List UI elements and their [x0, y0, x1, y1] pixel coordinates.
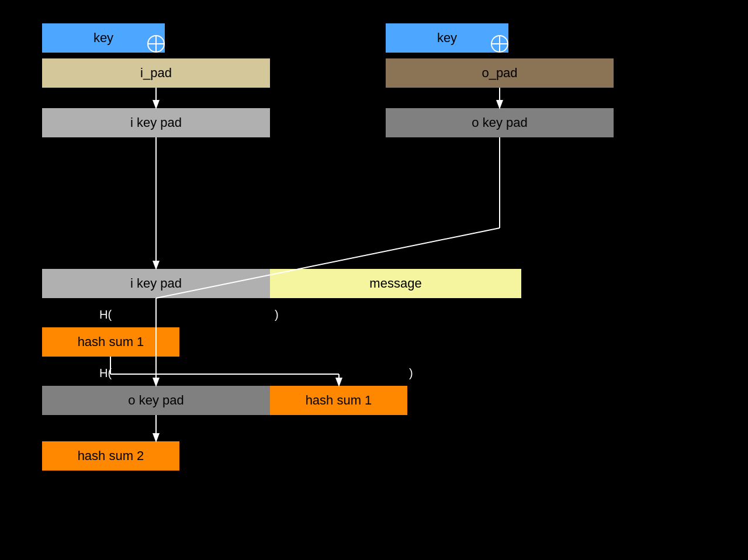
ikey-pad-mid: i key pad [42, 269, 270, 298]
key-left-box: key [42, 23, 165, 53]
svg-text:): ) [275, 308, 279, 321]
hash-sum-1-inline-box: hash sum 1 [270, 386, 407, 415]
svg-text:): ) [409, 367, 413, 379]
message-box: message [270, 269, 521, 298]
ipad-box: i_pad [42, 58, 270, 88]
opad-box: o_pad [386, 58, 614, 88]
key-right-box: key [386, 23, 508, 53]
okey-pad-top: o key pad [386, 108, 614, 137]
hash-sum-2-box: hash sum 2 [42, 441, 179, 471]
okey-pad-bot: o key pad [42, 386, 270, 415]
svg-text:H(: H( [99, 308, 112, 321]
svg-text:H(: H( [99, 367, 112, 379]
hash-sum-1-box: hash sum 1 [42, 327, 179, 357]
ikey-pad-top: i key pad [42, 108, 270, 137]
